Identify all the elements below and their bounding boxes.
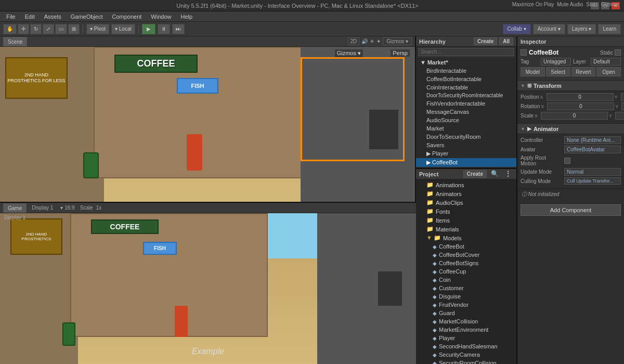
local-btn[interactable]: ▾ Local (111, 24, 135, 34)
pause-btn[interactable]: ⏸ (158, 24, 170, 34)
animator-section-header[interactable]: ▼ ▶ Animator (517, 124, 624, 134)
game-tab[interactable]: Game (3, 203, 27, 213)
project-search-icon[interactable]: 🔍 (489, 170, 501, 178)
hierarchy-item-coffeebot[interactable]: ▶ CoffeeBot (416, 158, 516, 167)
mute-audio-btn[interactable]: Mute Audio (557, 2, 583, 7)
project-coffeecup[interactable]: ◆CoffeeCup (416, 267, 516, 276)
effects-toggle[interactable]: ✦ (376, 38, 381, 44)
project-models[interactable]: ▼ 📁Models (416, 233, 516, 242)
project-customer[interactable]: ◆Customer (416, 284, 516, 292)
project-market-collision[interactable]: ◆MarketCollision (416, 317, 516, 326)
project-coin[interactable]: ◆Coin (416, 276, 516, 284)
step-btn[interactable]: ⏭ (172, 24, 185, 34)
position-y[interactable] (621, 93, 624, 101)
project-create-btn[interactable]: Create (463, 170, 487, 178)
hierarchy-item-door-room[interactable]: DoorToSecurityRoom (416, 133, 516, 141)
layers-btn[interactable]: Layers ▾ (567, 24, 596, 34)
hierarchy-item-door[interactable]: DoorToSecurityRoomInteractable (416, 92, 516, 99)
hand-tool-btn[interactable]: ✋ (3, 24, 17, 34)
menu-edit[interactable]: Edit (21, 12, 39, 21)
project-coffeebot-cover[interactable]: ◆CoffeeBotCover (416, 251, 516, 259)
game-hand-sign: 2ND HANDPROSTHETICS (10, 218, 62, 255)
project-coffeebot[interactable]: ◆CoffeeBot (416, 242, 516, 251)
project-disguise[interactable]: ◆Disguise (416, 292, 516, 301)
learn-btn[interactable]: Learn (598, 24, 621, 34)
hierarchy-item-market[interactable]: ▼ Market* (416, 58, 516, 67)
project-animators[interactable]: 📁Animators (416, 189, 516, 198)
hierarchy-item-bird[interactable]: BirdInteractable (416, 67, 516, 75)
project-items[interactable]: 📁Items (416, 216, 516, 225)
gizmos-btn[interactable]: Gizmos ▾ (383, 37, 412, 45)
rotate-tool-btn[interactable]: ↻ (30, 24, 42, 34)
example-overlay-label: Example (192, 347, 224, 356)
apply-root-checkbox[interactable] (564, 158, 570, 164)
hierarchy-item-coffeebot-interactable[interactable]: CoffeeBotInteractable (416, 75, 516, 83)
project-coffeebot-signs[interactable]: ◆CoffeeBotSigns (416, 259, 516, 267)
menu-help[interactable]: Help (176, 12, 197, 21)
menu-assets[interactable]: Assets (40, 12, 66, 21)
hierarchy-all-btn[interactable]: All (499, 37, 513, 45)
play-btn[interactable]: ▶ (142, 24, 155, 34)
project-materials[interactable]: 📁Materials (416, 225, 516, 233)
culling-mode-value[interactable]: Cull Update Transfor... (564, 177, 621, 185)
revert-btn[interactable]: Revert (571, 67, 596, 76)
hierarchy-item-audio[interactable]: AudioSource (416, 116, 516, 124)
hierarchy-item-market-node[interactable]: Market (416, 124, 516, 133)
move-tool-btn[interactable]: ✛ (18, 24, 29, 34)
position-x[interactable] (547, 93, 614, 101)
menu-window[interactable]: Window (147, 12, 175, 21)
rotation-y[interactable] (621, 102, 624, 110)
object-active-checkbox[interactable] (521, 49, 527, 56)
pivot-btn[interactable]: ▾ Pivot (86, 24, 109, 34)
hierarchy-search-input[interactable] (418, 48, 514, 56)
project-options-icon[interactable]: ⋮ (503, 170, 513, 178)
rect-tool-btn[interactable]: ▭ (55, 24, 67, 34)
project-guard[interactable]: ◆Guard (416, 309, 516, 317)
project-animations[interactable]: 📁Animations (416, 180, 516, 189)
add-component-button[interactable]: Add Component (521, 204, 621, 216)
display-selector[interactable]: Display 1 (29, 205, 56, 211)
multi-tool-btn[interactable]: ⊞ (68, 24, 80, 34)
select-btn[interactable]: Select (546, 67, 570, 76)
project-audioclips[interactable]: 📁AudioClips (416, 198, 516, 207)
open-btn[interactable]: Open (596, 67, 621, 76)
hierarchy-item-coin[interactable]: CoinInteractable (416, 83, 516, 92)
project-security-collision[interactable]: ◆SecurityRoomCollision (416, 359, 516, 364)
menu-component[interactable]: Component (108, 12, 146, 21)
collab-btn[interactable]: Collab ▾ (503, 24, 531, 34)
layer-value[interactable]: Default (591, 58, 621, 66)
menu-gameobject[interactable]: GameObject (67, 12, 107, 21)
menu-file[interactable]: File (2, 12, 20, 21)
game-gizmos-btn[interactable]: Gizmos (601, 2, 619, 7)
stats-btn[interactable]: Stats (586, 2, 598, 7)
scene-tab[interactable]: Scene (3, 37, 27, 46)
hierarchy-item-message[interactable]: MessageCanvas (416, 108, 516, 116)
hierarchy-item-fish[interactable]: FishVendorInteractable (416, 99, 516, 108)
aspect-selector[interactable]: ▾ 16:9 (58, 205, 76, 211)
lighting-toggle[interactable]: ☀ (370, 38, 374, 44)
tag-value[interactable]: Untagged (541, 58, 571, 66)
maximize-on-play-btn[interactable]: Maximize On Play (512, 2, 554, 7)
hierarchy-create-btn[interactable]: Create (474, 37, 497, 45)
project-market-env[interactable]: ◆MarketEnvironment (416, 326, 516, 334)
project-security-camera[interactable]: ◆SecurityCamera (416, 350, 516, 359)
avatar-value[interactable]: CoffeeBotAvatar (564, 146, 621, 153)
scale-x[interactable] (541, 112, 608, 120)
project-secondhand[interactable]: ◆SecondHandSalesman (416, 342, 516, 350)
scale-tool-btn[interactable]: ⤢ (43, 24, 54, 34)
rotation-x[interactable] (547, 102, 614, 110)
model-btn[interactable]: Model (521, 67, 545, 76)
update-mode-value[interactable]: Normal (564, 168, 621, 176)
hierarchy-item-player[interactable]: ▶ Player (416, 149, 516, 158)
hierarchy-item-savers[interactable]: Savers (416, 141, 516, 149)
scale-y[interactable] (615, 112, 624, 120)
controller-value[interactable]: None (Runtime Ani... (564, 136, 621, 144)
project-fonts[interactable]: 📁Fonts (416, 207, 516, 216)
static-checkbox[interactable] (615, 49, 621, 56)
audio-toggle[interactable]: 🔊 (361, 38, 368, 44)
transform-section-header[interactable]: ▼ ⊞ Transform (517, 81, 624, 91)
account-btn[interactable]: Account ▾ (533, 24, 565, 34)
2d-btn[interactable]: 2D (348, 37, 360, 45)
project-fruitvendor[interactable]: ◆FruitVendor (416, 301, 516, 309)
project-player[interactable]: ◆Player (416, 334, 516, 342)
